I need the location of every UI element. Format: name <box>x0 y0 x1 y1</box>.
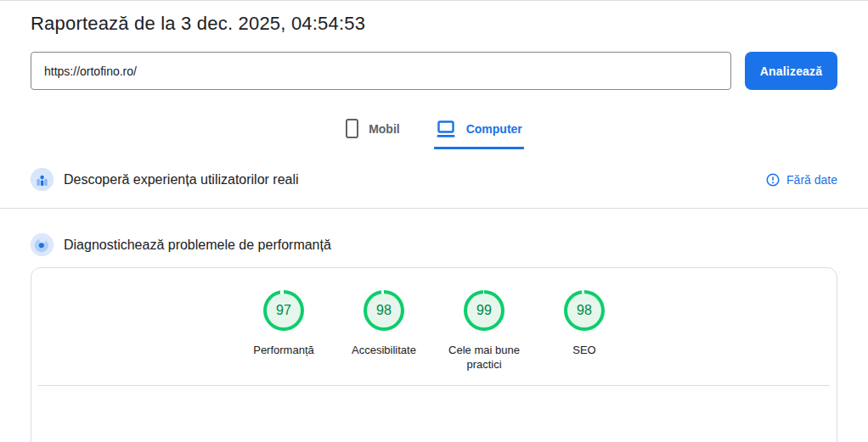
device-tabs: Mobil Computer <box>0 115 868 149</box>
score-ring: 97 <box>263 290 304 331</box>
analyze-bar: Analizează <box>31 52 837 90</box>
tab-desktop[interactable]: Computer <box>434 116 524 149</box>
score-ring: 99 <box>464 290 504 331</box>
score-label: SEO <box>572 343 595 357</box>
score-label: Cele mai bune practici <box>442 343 527 372</box>
score-gauge-cele-mai-bune-practici[interactable]: 99Cele mai bune practici <box>434 290 534 385</box>
score-label: Accesibilitate <box>352 343 416 357</box>
top-divider <box>0 0 868 1</box>
tab-mobile-label: Mobil <box>369 122 400 136</box>
page-title: Raportează de la 3 dec. 2025, 04:54:53 <box>31 13 837 35</box>
score-label: Performanță <box>253 343 314 357</box>
score-gauge-performanță[interactable]: 97Performanță <box>234 290 334 385</box>
score-gauge-accesibilitate[interactable]: 98Accesibilitate <box>334 290 434 385</box>
score-gauge-seo[interactable]: 98SEO <box>534 290 634 385</box>
score-value: 97 <box>267 294 301 327</box>
field-data-title: Descoperă experiența utilizatorilor real… <box>64 172 299 187</box>
score-gauges-row: 97Performanță98Accesibilitate99Cele mai … <box>38 268 830 386</box>
score-value: 99 <box>467 294 501 327</box>
performance-gauge-icon <box>31 233 54 256</box>
score-value: 98 <box>367 294 401 327</box>
tab-mobile[interactable]: Mobil <box>344 115 402 149</box>
real-users-icon <box>31 168 54 191</box>
no-data-label: Fără date <box>786 173 837 187</box>
score-value: 98 <box>567 294 601 327</box>
url-input[interactable] <box>31 52 731 90</box>
field-data-section-header: Descoperă experiența utilizatorilor real… <box>31 149 837 208</box>
desktop-computer-icon <box>436 120 456 138</box>
lighthouse-report-card: 97Performanță98Accesibilitate99Cele mai … <box>31 267 837 442</box>
info-icon <box>766 173 780 187</box>
score-ring: 98 <box>364 290 404 331</box>
score-ring: 98 <box>564 290 605 331</box>
analyze-button[interactable]: Analizează <box>745 52 837 90</box>
mobile-phone-icon <box>346 119 358 138</box>
lab-data-section-header: Diagnostichează problemele de performanț… <box>31 209 837 267</box>
lab-data-title: Diagnostichează problemele de performanț… <box>64 238 331 253</box>
no-data-status[interactable]: Fără date <box>766 173 837 187</box>
tab-desktop-label: Computer <box>466 122 522 136</box>
